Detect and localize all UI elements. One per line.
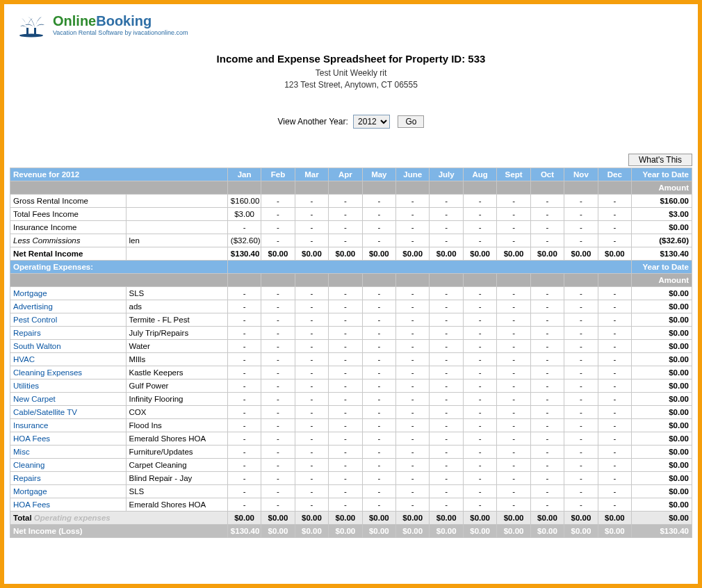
expense-link[interactable]: Advertising	[10, 300, 126, 313]
expense-link[interactable]: HOA Fees	[10, 498, 126, 511]
expense-link[interactable]: Utilities	[10, 379, 126, 392]
table-row: HOA FeesEmerald Shores HOA------------$0…	[10, 498, 692, 511]
row-note: July Trip/Repairs	[126, 326, 227, 339]
expense-link[interactable]: Pest Control	[10, 313, 126, 326]
table-row: Total Fees Income$3.00-----------$3.00	[10, 207, 692, 220]
row-note: ads	[126, 300, 227, 313]
table-row: Cleaning ExpensesKastle Keepers---------…	[10, 366, 692, 379]
page-title: Income and Expense Spreadsheet for Prope…	[4, 53, 698, 65]
logo: OnlineBooking Vacation Rental Software b…	[19, 13, 188, 38]
address: 123 Test Street, Anytown, CT 06555	[4, 79, 698, 91]
net-rental-row: Net Rental Income$130.40$0.00$0.00$0.00$…	[10, 247, 692, 260]
row-note	[126, 194, 227, 207]
row-note: MIlls	[126, 352, 227, 366]
whats-this-button[interactable]: What's This	[628, 154, 692, 166]
expense-link[interactable]: HOA Fees	[10, 432, 126, 445]
expense-link[interactable]: Repairs	[10, 471, 126, 484]
expense-link[interactable]: Cleaning Expenses	[10, 366, 126, 379]
table-row: MortgageSLS------------$0.00	[10, 286, 692, 300]
year-select[interactable]: 2012	[353, 115, 390, 129]
table-row: Pest ControlTermite - FL Pest-----------…	[10, 313, 692, 326]
table-row: RepairsBlind Repair - Jay------------$0.…	[10, 471, 692, 484]
expense-link[interactable]: Cable/Satellite TV	[10, 405, 126, 418]
row-note: Emerald Shores HOA	[126, 498, 227, 511]
row-note: Flood Ins	[126, 418, 227, 432]
table-row: Insurance Income------------$0.00	[10, 220, 692, 234]
expense-link[interactable]: Insurance	[10, 418, 126, 432]
row-note: COX	[126, 405, 227, 418]
table-row: RepairsJuly Trip/Repairs------------$0.0…	[10, 326, 692, 339]
table-row: Advertisingads------------$0.00	[10, 300, 692, 313]
table-row: UtilitiesGulf Power------------$0.00	[10, 379, 692, 392]
go-button[interactable]: Go	[398, 115, 424, 128]
spreadsheet-table: Revenue for 2012JanFebMarAprMayJuneJulyA…	[10, 168, 692, 538]
row-note: Emerald Shores HOA	[126, 432, 227, 445]
row-label: Total Fees Income	[10, 207, 126, 220]
total-operating-row: Total Operating expenses$0.00$0.00$0.00$…	[10, 511, 692, 524]
row-note: Kastle Keepers	[126, 366, 227, 379]
year-label: View Another Year:	[278, 117, 348, 126]
row-note: SLS	[126, 484, 227, 498]
row-note: len	[126, 234, 227, 247]
table-row: HVACMIlls------------$0.00	[10, 352, 692, 366]
row-note	[126, 220, 227, 234]
expense-link[interactable]: Mortgage	[10, 484, 126, 498]
table-row: MortgageSLS------------$0.00	[10, 484, 692, 498]
row-label: Gross Rental Income	[10, 194, 126, 207]
row-note: Infinity Flooring	[126, 392, 227, 405]
row-note: Blind Repair - Jay	[126, 471, 227, 484]
row-label: Insurance Income	[10, 220, 126, 234]
table-row: South WaltonWater------------$0.00	[10, 339, 692, 352]
row-label: Less Commissions	[10, 234, 126, 247]
row-note: Gulf Power	[126, 379, 227, 392]
row-note	[126, 207, 227, 220]
expense-link[interactable]: HVAC	[10, 352, 126, 366]
net-income-row: Net Income (Loss)$130.40$0.00$0.00$0.00$…	[10, 524, 692, 537]
row-note: Termite - FL Pest	[126, 313, 227, 326]
expense-link[interactable]: Misc	[10, 445, 126, 458]
table-row: MiscFurniture/Updates------------$0.00	[10, 445, 692, 458]
row-note: Furniture/Updates	[126, 445, 227, 458]
row-note: Carpet Cleaning	[126, 458, 227, 471]
year-selector-row: View Another Year: 2012 Go	[4, 115, 698, 129]
table-row: Less Commissionslen($32.60)-----------($…	[10, 234, 692, 247]
palm-tree-icon	[19, 13, 50, 38]
table-row: Gross Rental Income$160.00-----------$16…	[10, 194, 692, 207]
table-row: HOA FeesEmerald Shores HOA------------$0…	[10, 432, 692, 445]
logo-title: OnlineBooking	[53, 14, 188, 28]
row-note: Water	[126, 339, 227, 352]
table-row: Cable/Satellite TVCOX------------$0.00	[10, 405, 692, 418]
expense-link[interactable]: Cleaning	[10, 458, 126, 471]
table-row: InsuranceFlood Ins------------$0.00	[10, 418, 692, 432]
table-row: New CarpetInfinity Flooring------------$…	[10, 392, 692, 405]
table-row: CleaningCarpet Cleaning------------$0.00	[10, 458, 692, 471]
expense-link[interactable]: Mortgage	[10, 286, 126, 300]
expense-link[interactable]: New Carpet	[10, 392, 126, 405]
svg-point-2	[19, 34, 43, 38]
expense-link[interactable]: South Walton	[10, 339, 126, 352]
row-note: SLS	[126, 286, 227, 300]
logo-subtitle: Vacation Rental Software by ivacationonl…	[53, 29, 188, 36]
expense-link[interactable]: Repairs	[10, 326, 126, 339]
unit-name: Test Unit Weekly rit	[4, 67, 698, 79]
